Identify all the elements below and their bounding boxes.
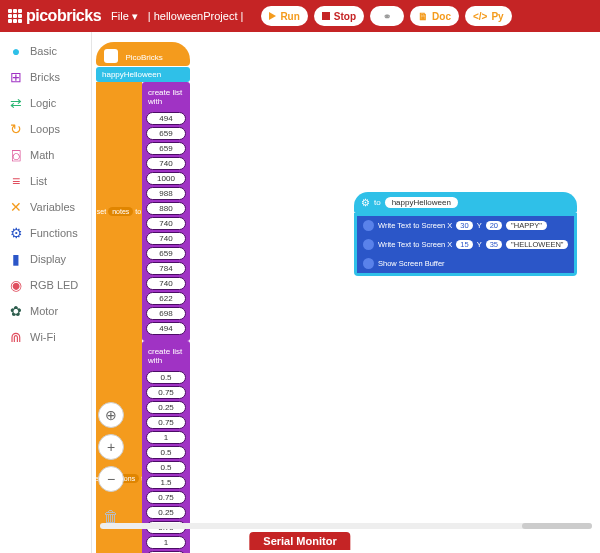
list-value[interactable]: 740: [146, 157, 186, 170]
create-list-durations[interactable]: create list with 0.50.750.250.7510.50.51…: [142, 341, 190, 553]
category-icon: ◉: [8, 277, 24, 293]
category-icon: ✕: [8, 199, 24, 215]
sidebar-item-list[interactable]: ≡List: [0, 168, 91, 194]
category-label: RGB LED: [30, 279, 78, 291]
logo-icon: [8, 9, 22, 23]
zoom-in-button[interactable]: +: [98, 434, 124, 460]
category-label: Basic: [30, 45, 57, 57]
call-function-block[interactable]: happyHelloween: [96, 67, 190, 82]
function-hat[interactable]: ⚙ to happyHelloween: [354, 192, 577, 213]
category-icon: ✿: [8, 303, 24, 319]
list-value[interactable]: 0.5: [146, 461, 186, 474]
link-icon: ⚭: [383, 11, 391, 22]
category-icon: ⌼: [8, 147, 24, 163]
list-value[interactable]: 622: [146, 292, 186, 305]
play-icon: [269, 12, 276, 20]
block-icon: [363, 258, 374, 269]
list-value[interactable]: 0.75: [146, 491, 186, 504]
display-command-block[interactable]: Show Screen Buffer: [357, 254, 574, 273]
run-button[interactable]: Run: [261, 6, 307, 26]
sidebar-item-wi-fi[interactable]: ⋒Wi-Fi: [0, 324, 91, 350]
list-value[interactable]: 1: [146, 536, 186, 549]
sidebar-item-loops[interactable]: ↻Loops: [0, 116, 91, 142]
category-label: List: [30, 175, 47, 187]
serial-monitor-button[interactable]: Serial Monitor: [249, 532, 350, 550]
list-value[interactable]: 740: [146, 277, 186, 290]
set-notes-block[interactable]: setnotesto: [96, 82, 142, 341]
list-value[interactable]: 494: [146, 322, 186, 335]
sidebar-item-math[interactable]: ⌼Math: [0, 142, 91, 168]
doc-button[interactable]: 🗎 Doc: [410, 6, 459, 26]
list-value[interactable]: 1: [146, 431, 186, 444]
list-value[interactable]: 0.75: [146, 386, 186, 399]
picobricks-hat-block[interactable]: PicoBricks: [96, 42, 190, 66]
sidebar-item-motor[interactable]: ✿Motor: [0, 298, 91, 324]
stop-icon: [322, 12, 330, 20]
block-icon: [104, 49, 118, 63]
category-icon: ≡: [8, 173, 24, 189]
list-value[interactable]: 740: [146, 232, 186, 245]
category-icon: ⇄: [8, 95, 24, 111]
sidebar-item-logic[interactable]: ⇄Logic: [0, 90, 91, 116]
list-value[interactable]: 0.75: [146, 416, 186, 429]
list-value[interactable]: 659: [146, 127, 186, 140]
list-value[interactable]: 0.5: [146, 371, 186, 384]
list-value[interactable]: 880: [146, 202, 186, 215]
category-icon: ⊞: [8, 69, 24, 85]
category-icon: ↻: [8, 121, 24, 137]
file-menu[interactable]: File▾: [111, 10, 138, 23]
block-icon: [363, 220, 374, 231]
category-label: Bricks: [30, 71, 60, 83]
py-button[interactable]: </> Py: [465, 6, 512, 26]
sidebar-item-rgb-led[interactable]: ◉RGB LED: [0, 272, 91, 298]
category-label: Loops: [30, 123, 60, 135]
function-definition-block[interactable]: ⚙ to happyHelloween Write Text to Screen…: [354, 192, 577, 276]
category-label: Wi-Fi: [30, 331, 56, 343]
list-value[interactable]: 1.5: [146, 476, 186, 489]
plus-icon: +: [107, 439, 115, 455]
scrollbar-thumb[interactable]: [522, 523, 592, 529]
zoom-controls: ⊕ + − 🗑: [98, 402, 124, 532]
header-bar: picobricks File▾ | helloweenProject | Ru…: [0, 0, 600, 32]
category-icon: ●: [8, 43, 24, 59]
list-value[interactable]: 1000: [146, 172, 186, 185]
category-sidebar: ●Basic⊞Bricks⇄Logic↻Loops⌼Math≡List✕Vari…: [0, 32, 92, 553]
create-list-notes[interactable]: create list with 49465965974010009888807…: [142, 82, 190, 341]
category-label: Logic: [30, 97, 56, 109]
list-value[interactable]: 0.25: [146, 401, 186, 414]
display-command-block[interactable]: Write Text to Screen X15Y35"HELLOWEEN": [357, 235, 574, 254]
horizontal-scrollbar[interactable]: [100, 523, 592, 529]
stop-button[interactable]: Stop: [314, 6, 364, 26]
category-label: Motor: [30, 305, 58, 317]
list-value[interactable]: 988: [146, 187, 186, 200]
sidebar-item-functions[interactable]: ⚙Functions: [0, 220, 91, 246]
list-value[interactable]: 0.25: [146, 506, 186, 519]
target-icon: ⊕: [105, 407, 117, 423]
zoom-out-button[interactable]: −: [98, 466, 124, 492]
center-button[interactable]: ⊕: [98, 402, 124, 428]
workspace[interactable]: PicoBricks happyHelloween setnotesto cre…: [92, 32, 600, 553]
list-value[interactable]: 659: [146, 142, 186, 155]
list-value[interactable]: 740: [146, 217, 186, 230]
category-label: Functions: [30, 227, 78, 239]
list-value[interactable]: 659: [146, 247, 186, 260]
category-icon: ⋒: [8, 329, 24, 345]
list-value[interactable]: 784: [146, 262, 186, 275]
sidebar-item-display[interactable]: ▮Display: [0, 246, 91, 272]
connect-button[interactable]: ⚭: [370, 6, 404, 26]
list-value[interactable]: 494: [146, 112, 186, 125]
category-label: Display: [30, 253, 66, 265]
project-name: | helloweenProject |: [148, 10, 244, 22]
list-value[interactable]: 698: [146, 307, 186, 320]
block-icon: [363, 239, 374, 250]
category-icon: ▮: [8, 251, 24, 267]
brand-logo: picobricks: [8, 7, 101, 25]
chevron-down-icon: ▾: [132, 10, 138, 23]
display-command-block[interactable]: Write Text to Screen X30Y20"HAPPY": [357, 216, 574, 235]
sidebar-item-variables[interactable]: ✕Variables: [0, 194, 91, 220]
sidebar-item-bricks[interactable]: ⊞Bricks: [0, 64, 91, 90]
sidebar-item-basic[interactable]: ●Basic: [0, 38, 91, 64]
list-value[interactable]: 0.5: [146, 446, 186, 459]
category-label: Variables: [30, 201, 75, 213]
gear-icon: ⚙: [361, 197, 370, 208]
